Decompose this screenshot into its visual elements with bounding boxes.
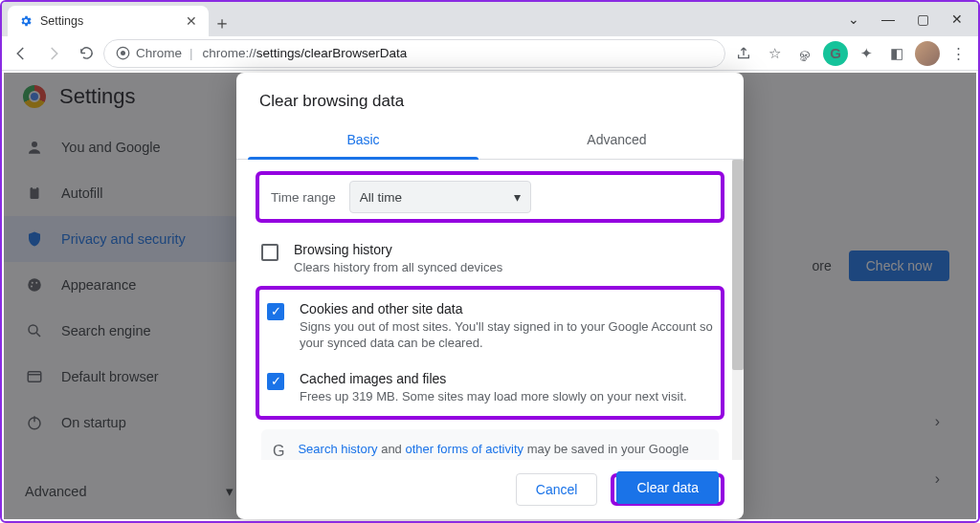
checkbox-browsing-history[interactable] (261, 244, 278, 261)
close-tab-icon[interactable]: ✕ (186, 13, 197, 29)
bookmark-star-icon[interactable]: ☆ (762, 41, 787, 66)
nav-forward-button[interactable] (38, 38, 69, 69)
highlight-clear-button: Clear data (611, 473, 724, 506)
item-description: Frees up 319 MB. Some sites may load mor… (300, 388, 687, 405)
window-titlebar: Settings ✕ ＋ ⌄ — ▢ ✕ (2, 2, 978, 36)
dialog-tabs: Basic Advanced (236, 120, 744, 160)
dialog-title: Clear browsing data (236, 73, 744, 120)
item-title: Browsing history (294, 242, 502, 257)
cancel-button[interactable]: Cancel (516, 473, 598, 506)
google-activity-info: G Search history and other forms of acti… (261, 429, 719, 460)
item-description: Clears history from all synced devices (294, 259, 502, 276)
tab-title: Settings (40, 14, 83, 28)
window-maximize-button[interactable]: ▢ (905, 2, 940, 36)
omnibox-separator: | (188, 46, 195, 60)
extension-grammarly-icon[interactable]: G (823, 41, 848, 66)
highlight-data-items: ✓ Cookies and other site data Signs you … (256, 286, 724, 421)
tab-basic[interactable]: Basic (236, 120, 490, 159)
dialog-actions: Cancel Clear data (236, 460, 744, 519)
link-search-history[interactable]: Search history (298, 442, 377, 456)
dialog-scrollbar[interactable] (732, 160, 744, 460)
new-tab-button[interactable]: ＋ (209, 10, 235, 36)
window-dropdown-icon[interactable]: ⌄ (836, 2, 871, 36)
google-g-icon: G (273, 441, 284, 460)
nav-reload-button[interactable] (71, 38, 101, 69)
info-message: Search history and other forms of activi… (298, 441, 707, 460)
omnibox-url: chrome://settings/clearBrowserData (203, 46, 408, 60)
time-range-label: Time range (265, 190, 336, 205)
cog-icon (19, 14, 33, 28)
chrome-scheme-icon: Chrome | (116, 46, 195, 60)
address-bar: Chrome | chrome://settings/clearBrowserD… (2, 36, 978, 71)
item-cookies[interactable]: ✓ Cookies and other site data Signs you … (261, 292, 719, 361)
tab-strip: Settings ✕ ＋ (2, 2, 833, 36)
dialog-body: Time range All time ▾ Browsing history C… (236, 160, 744, 460)
chrome-menu-icon[interactable]: ⋮ (946, 41, 970, 66)
tab-advanced[interactable]: Advanced (490, 120, 744, 159)
item-cache[interactable]: ✓ Cached images and files Frees up 319 M… (261, 361, 719, 415)
extension-bike-icon[interactable]: ௐ (792, 41, 817, 66)
sidepanel-icon[interactable]: ◧ (884, 41, 909, 66)
scrollbar-thumb[interactable] (732, 160, 744, 370)
toolbar-icons: ☆ ௐ G ✦ ◧ ⋮ (727, 41, 974, 66)
profile-avatar[interactable] (915, 41, 940, 66)
item-title: Cached images and files (300, 371, 687, 386)
browser-tab-settings[interactable]: Settings ✕ (8, 6, 209, 36)
highlight-time-range: Time range All time ▾ (256, 171, 724, 223)
item-description: Signs you out of most sites. You'll stay… (300, 318, 713, 352)
svg-point-1 (121, 51, 125, 55)
omnibox-scheme-label: Chrome (136, 46, 182, 60)
dropdown-value: All time (360, 190, 402, 205)
window-controls: ⌄ — ▢ ✕ (833, 2, 978, 36)
item-browsing-history[interactable]: Browsing history Clears history from all… (256, 232, 724, 286)
omnibox[interactable]: Chrome | chrome://settings/clearBrowserD… (103, 39, 725, 68)
window-minimize-button[interactable]: — (871, 2, 905, 36)
link-other-activity[interactable]: other forms of activity (405, 442, 523, 456)
clear-browsing-data-dialog: Clear browsing data Basic Advanced Time … (236, 73, 744, 519)
item-title: Cookies and other site data (300, 301, 713, 316)
nav-back-button[interactable] (6, 38, 36, 69)
clear-data-button[interactable]: Clear data (616, 471, 719, 504)
extensions-puzzle-icon[interactable]: ✦ (854, 41, 879, 66)
caret-down-icon: ▾ (514, 189, 521, 205)
checkbox-cache[interactable]: ✓ (267, 373, 284, 390)
window-close-button[interactable]: ✕ (940, 2, 974, 36)
share-icon[interactable] (731, 41, 756, 66)
time-range-dropdown[interactable]: All time ▾ (349, 181, 531, 213)
checkbox-cookies[interactable]: ✓ (267, 303, 284, 320)
